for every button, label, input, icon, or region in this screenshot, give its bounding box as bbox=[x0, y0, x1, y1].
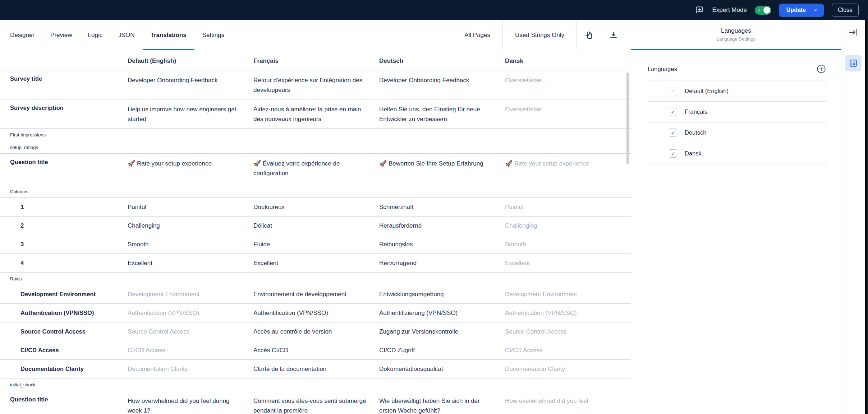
translation-cell[interactable]: Environnement de développement bbox=[253, 289, 379, 299]
row-label: Survey description bbox=[0, 104, 128, 128]
update-button[interactable]: Update bbox=[779, 4, 824, 17]
translation-cell[interactable]: Smooth bbox=[128, 239, 253, 249]
translation-cell[interactable]: Challenging bbox=[505, 221, 631, 231]
table-row: Survey descriptionHelp us improve how ne… bbox=[0, 99, 631, 129]
tab-logic[interactable]: Logic bbox=[80, 20, 111, 50]
translation-cell[interactable]: Zugang zur Versionskontrolle bbox=[379, 327, 505, 336]
language-checkbox: ✓ bbox=[669, 87, 677, 95]
used-strings-dropdown[interactable]: Used Strings Only bbox=[503, 20, 577, 50]
import-strings-icon[interactable] bbox=[577, 20, 601, 50]
translation-cell[interactable]: Oversættelse... bbox=[505, 75, 631, 99]
table-row: Question titleHow overwhelmed did you fe… bbox=[0, 391, 631, 414]
toggle-knob bbox=[763, 7, 770, 14]
translation-cell[interactable]: Dokumentationsqualität bbox=[379, 364, 505, 374]
language-row[interactable]: ✓Deutsch bbox=[648, 122, 826, 143]
language-settings-icon[interactable] bbox=[845, 55, 862, 71]
translation-cell[interactable]: Wie überwältigt haben Sie sich in der er… bbox=[379, 396, 505, 414]
translation-cell[interactable]: Fluide bbox=[253, 239, 379, 249]
translation-cell[interactable]: Clarté de la documentation bbox=[253, 364, 379, 374]
translation-cell[interactable]: 🚀 Rate your setup experience bbox=[128, 159, 253, 185]
translation-cell[interactable]: Documentation Clarity bbox=[128, 364, 253, 374]
collapse-panel-icon[interactable] bbox=[848, 27, 858, 37]
feedback-icon[interactable] bbox=[695, 5, 704, 15]
translation-cell[interactable]: Excellent bbox=[253, 258, 379, 268]
translation-cell[interactable]: CI/CD Access bbox=[505, 345, 631, 355]
translation-cell[interactable]: Délicat bbox=[253, 221, 379, 231]
row-label: Survey title bbox=[0, 75, 128, 99]
tab-translations[interactable]: Translations bbox=[143, 20, 194, 50]
language-label: Default (English) bbox=[685, 88, 729, 94]
translation-cell[interactable]: Herausfordernd bbox=[379, 221, 505, 231]
translation-cell[interactable]: Accès CI/CD bbox=[253, 345, 379, 355]
language-list: ✓Default (English)✓Français✓Deutsch✓Dans… bbox=[648, 80, 826, 164]
translation-cell[interactable]: Oversættelse... bbox=[505, 104, 631, 128]
language-checkbox[interactable]: ✓ bbox=[669, 149, 677, 158]
panel-header: Languages Language Settings bbox=[631, 20, 841, 50]
tab-settings[interactable]: Settings bbox=[194, 20, 232, 50]
translation-cell[interactable]: Hervorragend bbox=[379, 258, 505, 268]
translation-cell[interactable]: Retour d'expérience sur l'intégration de… bbox=[253, 75, 379, 99]
language-checkbox[interactable]: ✓ bbox=[669, 108, 677, 116]
table-row: 2ChallengingDélicatHerausforderndChallen… bbox=[0, 217, 631, 235]
tab-json[interactable]: JSON bbox=[110, 20, 142, 50]
tab-designer[interactable]: Designer bbox=[2, 20, 42, 50]
translation-cell[interactable]: Excellent bbox=[505, 258, 631, 268]
translation-cell[interactable]: Painful bbox=[505, 202, 631, 212]
row-label: Development Environment bbox=[0, 291, 128, 298]
table-row: Documentation ClarityDocumentation Clari… bbox=[0, 360, 631, 378]
language-checkbox[interactable]: ✓ bbox=[669, 129, 677, 137]
toggle-check-icon: ✓ bbox=[757, 8, 761, 13]
section-row: Rows bbox=[0, 273, 631, 285]
translation-cell[interactable]: How overwhelmed did you feel bbox=[505, 396, 631, 414]
translation-cell[interactable]: Developer Onboarding Feedback bbox=[128, 75, 253, 99]
translation-cell[interactable]: Smooth bbox=[505, 239, 631, 249]
translation-cell[interactable]: Developer Onbaording Feedback bbox=[379, 75, 505, 99]
translation-cell[interactable]: Schmerzhaft bbox=[379, 202, 505, 212]
translation-cell[interactable]: CI/CD Access bbox=[128, 345, 253, 355]
translation-cell[interactable]: Comment vous êtes-vous senti submergé pe… bbox=[253, 396, 379, 414]
translation-cell[interactable]: How overwhelmed did you feel during week… bbox=[128, 396, 253, 414]
export-strings-icon[interactable] bbox=[601, 20, 626, 50]
tab-preview[interactable]: Preview bbox=[42, 20, 80, 50]
translation-cell[interactable]: Source Control Access bbox=[505, 327, 631, 336]
language-row[interactable]: ✓Français bbox=[648, 101, 826, 122]
add-language-icon[interactable] bbox=[816, 64, 826, 74]
translation-cell[interactable]: 🚀 Bewerten Sie Ihre Setup Erfahrung bbox=[379, 159, 505, 185]
translation-cell[interactable]: Help us improve how new engineers get st… bbox=[128, 104, 253, 128]
rail-divider bbox=[846, 47, 860, 47]
close-button[interactable]: Close bbox=[832, 4, 859, 17]
translation-cell[interactable]: Authentification (VPN/SSO) bbox=[253, 308, 379, 318]
table-row: 3SmoothFluideReibungslosSmooth bbox=[0, 235, 631, 254]
translation-cell[interactable]: Challenging bbox=[128, 221, 253, 231]
side-icon-rail bbox=[841, 20, 865, 414]
translation-cell[interactable]: Helfen Sie uns, den Einstieg für neue En… bbox=[379, 104, 505, 128]
translation-cell[interactable]: 🚀 Rate your setup experience bbox=[505, 159, 631, 185]
section-row: initial_shock bbox=[0, 378, 631, 391]
translation-cell[interactable]: Documentation Clarity bbox=[505, 364, 631, 374]
row-label: CI/CD Access bbox=[0, 347, 128, 354]
language-row[interactable]: ✓Default (English) bbox=[648, 80, 826, 101]
translation-cell[interactable]: Douloureux bbox=[253, 202, 379, 212]
translation-cell[interactable]: 🚀 Évaluez votre expérience de configurat… bbox=[253, 159, 379, 185]
translation-cell[interactable]: Entwicklungsumgebung bbox=[379, 289, 505, 299]
table-body: Survey titleDeveloper Onboarding Feedbac… bbox=[0, 70, 631, 414]
translation-cell[interactable]: Authentication (VPN/SSO) bbox=[505, 308, 631, 318]
translation-cell[interactable]: Painful bbox=[128, 202, 253, 212]
all-pages-dropdown[interactable]: All Pages bbox=[452, 20, 502, 50]
translation-cell[interactable]: CI/CD Zugriff bbox=[379, 345, 505, 355]
translation-cell[interactable]: Authentication (VPN/SSO) bbox=[128, 308, 253, 318]
translation-cell[interactable]: Reibungslos bbox=[379, 239, 505, 249]
translation-cell[interactable]: Accès au contrôle de version bbox=[253, 327, 379, 336]
translation-cell[interactable]: Excellent bbox=[128, 258, 253, 268]
expert-mode-toggle[interactable]: ✓ bbox=[755, 6, 771, 15]
translation-cell[interactable]: Aidez-nous à améliorer la prise en main … bbox=[253, 104, 379, 128]
translation-cell[interactable]: Development Environment bbox=[128, 289, 253, 299]
translation-cell[interactable]: Authentifizierung (VPN/SSO) bbox=[379, 308, 505, 318]
section-label: First Impressions bbox=[0, 132, 46, 138]
translation-cell[interactable]: Source Control Access bbox=[128, 327, 253, 336]
translation-cell[interactable]: Development Environment bbox=[505, 289, 631, 299]
section-label: Rows bbox=[0, 276, 22, 282]
window-edge bbox=[865, 20, 868, 414]
vertical-scrollbar[interactable] bbox=[626, 73, 629, 164]
language-row[interactable]: ✓Dansk bbox=[648, 143, 826, 164]
